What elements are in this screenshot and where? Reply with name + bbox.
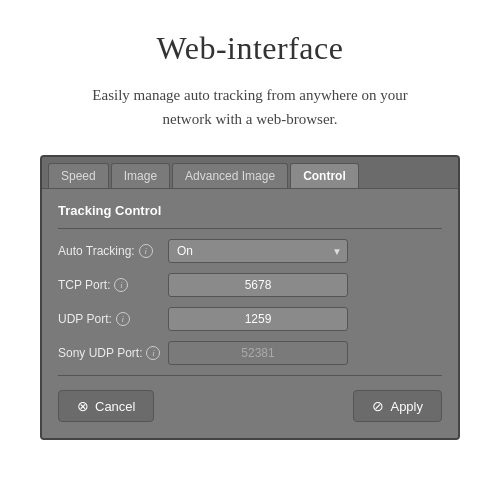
auto-tracking-control: On Off ▼: [168, 239, 442, 263]
udp-port-input[interactable]: [168, 307, 348, 331]
tabs-bar: Speed Image Advanced Image Control: [42, 157, 458, 189]
tcp-port-row: TCP Port: i: [58, 273, 442, 297]
auto-tracking-select[interactable]: On Off: [168, 239, 348, 263]
section-divider: [58, 228, 442, 229]
cancel-label: Cancel: [95, 399, 135, 414]
udp-port-row: UDP Port: i: [58, 307, 442, 331]
tab-advanced-image[interactable]: Advanced Image: [172, 163, 288, 188]
apply-button[interactable]: ⊘ Apply: [353, 390, 442, 422]
page-title: Web-interface: [157, 30, 344, 67]
tcp-port-control: [168, 273, 442, 297]
apply-icon: ⊘: [372, 398, 384, 414]
tcp-port-info-icon[interactable]: i: [114, 278, 128, 292]
cancel-icon: ⊗: [77, 398, 89, 414]
tab-control[interactable]: Control: [290, 163, 359, 188]
panel-content: Tracking Control Auto Tracking: i On Off…: [42, 189, 458, 438]
sony-udp-port-row: Sony UDP Port: i: [58, 341, 442, 365]
apply-label: Apply: [390, 399, 423, 414]
panel-container: Speed Image Advanced Image Control Track…: [40, 155, 460, 440]
cancel-button[interactable]: ⊗ Cancel: [58, 390, 154, 422]
tcp-port-label: TCP Port: i: [58, 278, 168, 292]
sony-udp-port-input: [168, 341, 348, 365]
tab-speed[interactable]: Speed: [48, 163, 109, 188]
page-description: Easily manage auto tracking from anywher…: [80, 83, 420, 131]
auto-tracking-label: Auto Tracking: i: [58, 244, 168, 258]
tab-image[interactable]: Image: [111, 163, 170, 188]
sony-udp-port-control: [168, 341, 442, 365]
auto-tracking-row: Auto Tracking: i On Off ▼: [58, 239, 442, 263]
button-divider: [58, 375, 442, 376]
sony-udp-port-label: Sony UDP Port: i: [58, 346, 168, 360]
button-row: ⊗ Cancel ⊘ Apply: [58, 386, 442, 422]
auto-tracking-select-wrapper: On Off ▼: [168, 239, 348, 263]
udp-port-label: UDP Port: i: [58, 312, 168, 326]
section-title: Tracking Control: [58, 203, 442, 218]
udp-port-info-icon[interactable]: i: [116, 312, 130, 326]
sony-udp-port-info-icon[interactable]: i: [146, 346, 160, 360]
udp-port-control: [168, 307, 442, 331]
tcp-port-input[interactable]: [168, 273, 348, 297]
auto-tracking-info-icon[interactable]: i: [139, 244, 153, 258]
